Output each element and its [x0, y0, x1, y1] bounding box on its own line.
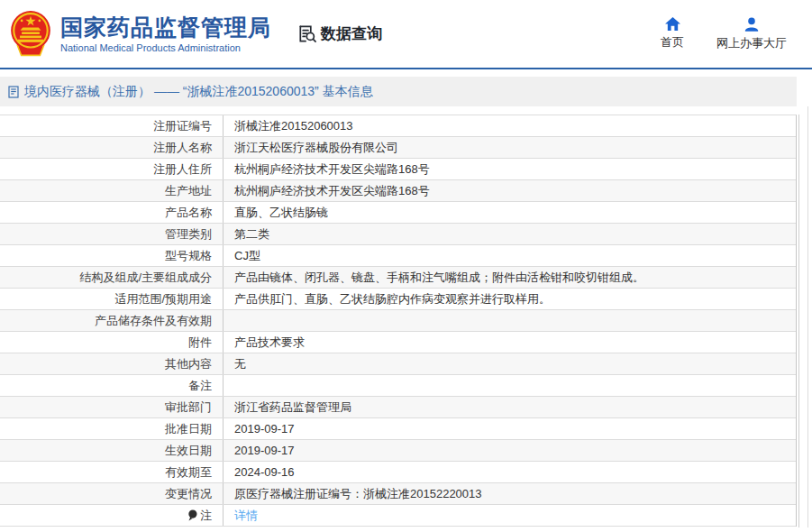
row-label: 变更情况: [0, 483, 224, 504]
table-row: 管理类别 第二类: [0, 224, 796, 245]
row-value-text: 浙械注准20152060013: [234, 119, 353, 133]
table-row: 其他内容 无: [0, 353, 796, 375]
nav-home[interactable]: 首页: [661, 16, 684, 51]
row-value-text: 浙江天松医疗器械股份有限公司: [234, 141, 398, 154]
row-value-text: 直肠、乙状结肠镜: [234, 206, 328, 219]
data-query-label: 数据查询: [321, 23, 382, 44]
row-label-text: 注: [200, 508, 212, 524]
row-label-text: 审批部门: [165, 399, 212, 416]
row-value: 产品供肛门、直肠、乙状结肠腔内作病变观察并进行取样用。: [224, 291, 796, 307]
table-row: 注 详情: [0, 505, 796, 527]
row-value-text: 无: [234, 357, 246, 371]
row-value-text: 杭州桐庐经济技术开发区尖端路168号: [234, 184, 430, 197]
site-header: 国家药品监督管理局 National Medical Products Admi…: [0, 0, 812, 69]
table-row: 适用范围/预期用途 产品供肛门、直肠、乙状结肠腔内作病变观察并进行取样用。: [0, 289, 796, 310]
row-value-text: CJ型: [234, 249, 260, 262]
data-query-title: 数据查询: [297, 23, 382, 44]
nav-online-hall-label: 网上办事大厅: [716, 35, 787, 51]
row-value: 2024-09-16: [224, 465, 796, 479]
table-row: 结构及组成/主要组成成分 产品由镜体、闭孔器、镜盘、手柄和注气嘴组成；附件由活检…: [0, 267, 796, 289]
table-row: 批准日期 2019-09-17: [0, 418, 796, 440]
detail-link[interactable]: 详情: [234, 509, 258, 522]
row-value: 详情: [224, 508, 796, 524]
document-search-icon: [297, 23, 317, 44]
row-value: 2019-09-17: [224, 444, 796, 457]
table-row: 变更情况 原医疗器械注册证编号：浙械注准20152220013: [0, 483, 796, 505]
row-value: 杭州桐庐经济技术开发区尖端路168号: [224, 161, 796, 178]
row-value: 产品技术要求: [224, 335, 796, 351]
nmpa-emblem-logo: [7, 9, 54, 60]
row-value-text: 2019-09-17: [234, 444, 295, 457]
table-row: 型号规格 CJ型: [0, 245, 796, 267]
row-label-text: 型号规格: [165, 248, 212, 264]
table-row: 注册人名称 浙江天松医疗器械股份有限公司: [0, 137, 796, 159]
row-value-text: 第二类: [234, 227, 269, 241]
china-emblem-icon: [7, 9, 54, 60]
row-label-text: 备注: [188, 378, 212, 394]
row-label: 审批部门: [0, 397, 224, 417]
table-row: 产品名称 直肠、乙状结肠镜: [0, 202, 796, 224]
row-value: 浙江天松医疗器械股份有限公司: [224, 140, 796, 156]
row-value: 浙械注准20152060013: [224, 118, 796, 134]
row-label-text: 产品名称: [165, 205, 212, 221]
row-value-text: 原医疗器械注册证编号：浙械注准20152220013: [234, 487, 482, 500]
row-label-text: 批准日期: [165, 421, 212, 437]
row-label: 型号规格: [0, 245, 224, 266]
home-icon: [664, 16, 681, 32]
row-label: 备注: [0, 375, 224, 396]
row-value: 无: [224, 356, 796, 372]
row-label-text: 注册人名称: [153, 140, 212, 156]
table-row: 生产地址 杭州桐庐经济技术开发区尖端路168号: [0, 180, 796, 202]
row-label: 注册证编号: [0, 115, 224, 136]
nav-home-label: 首页: [661, 34, 684, 50]
org-title-block: 国家药品监督管理局 National Medical Products Admi…: [60, 14, 271, 53]
row-label: 生效日期: [0, 440, 224, 461]
row-value: CJ型: [224, 248, 796, 264]
document-icon: [8, 86, 19, 98]
row-label-text: 产品储存条件及有效期: [95, 313, 212, 329]
row-label: 产品名称: [0, 202, 224, 223]
row-label-text: 变更情况: [165, 486, 212, 502]
top-nav: 首页 网上办事大厅: [661, 16, 787, 51]
breadcrumb-text: 境内医疗器械（注册） —— “浙械注准20152060013” 基本信息: [24, 84, 373, 100]
scrollbar[interactable]: [807, 106, 808, 527]
row-value-text: 产品技术要求: [234, 335, 305, 349]
user-icon: [744, 16, 760, 32]
row-label: 注: [0, 505, 224, 526]
table-row: 注册证编号 浙械注准20152060013: [0, 115, 796, 137]
row-label: 附件: [0, 332, 224, 353]
row-label-text: 生效日期: [165, 443, 212, 459]
row-label-text: 适用范围/预期用途: [114, 291, 212, 307]
row-label: 生产地址: [0, 180, 224, 201]
row-label-text: 生产地址: [165, 183, 212, 199]
table-row: 有效期至 2024-09-16: [0, 462, 796, 483]
table-row: 备注: [0, 375, 796, 397]
row-label-text: 注册人住所: [153, 161, 212, 178]
table-row: 生效日期 2019-09-17: [0, 440, 796, 462]
row-value: 直肠、乙状结肠镜: [224, 205, 796, 221]
row-label: 其他内容: [0, 353, 224, 374]
row-label: 批准日期: [0, 418, 224, 439]
nav-online-hall[interactable]: 网上办事大厅: [716, 16, 787, 51]
row-label: 产品储存条件及有效期: [0, 310, 224, 331]
row-label: 结构及组成/主要组成成分: [0, 267, 224, 288]
row-label: 注册人住所: [0, 159, 224, 179]
row-value: 第二类: [224, 226, 796, 243]
row-value-text: 2024-09-16: [234, 465, 295, 479]
row-value: 产品由镜体、闭孔器、镜盘、手柄和注气嘴组成；附件由活检钳和咬切钳组成。: [224, 270, 796, 286]
row-label-text: 结构及组成/主要组成成分: [79, 270, 212, 286]
row-label: 有效期至: [0, 462, 224, 482]
table-row: 注册人住所 杭州桐庐经济技术开发区尖端路168号: [0, 159, 796, 180]
table-right-border: [798, 115, 799, 527]
row-value-text: 产品由镜体、闭孔器、镜盘、手柄和注气嘴组成；附件由活检钳和咬切钳组成。: [234, 271, 644, 284]
row-value: 浙江省药品监督管理局: [224, 399, 796, 416]
row-value-text: 杭州桐庐经济技术开发区尖端路168号: [234, 162, 430, 176]
breadcrumb: 境内医疗器械（注册） —— “浙械注准20152060013” 基本信息: [0, 77, 797, 106]
row-label-text: 注册证编号: [153, 118, 212, 134]
row-value-text: 浙江省药品监督管理局: [234, 400, 351, 414]
org-subtitle: National Medical Products Administration: [60, 42, 271, 53]
page: 国家药品监督管理局 National Medical Products Admi…: [0, 0, 812, 532]
info-table: 注册证编号 浙械注准20152060013 注册人名称 浙江天松医疗器械股份有限…: [0, 115, 797, 527]
row-label-text: 有效期至: [165, 464, 212, 481]
row-label: 适用范围/预期用途: [0, 289, 224, 309]
